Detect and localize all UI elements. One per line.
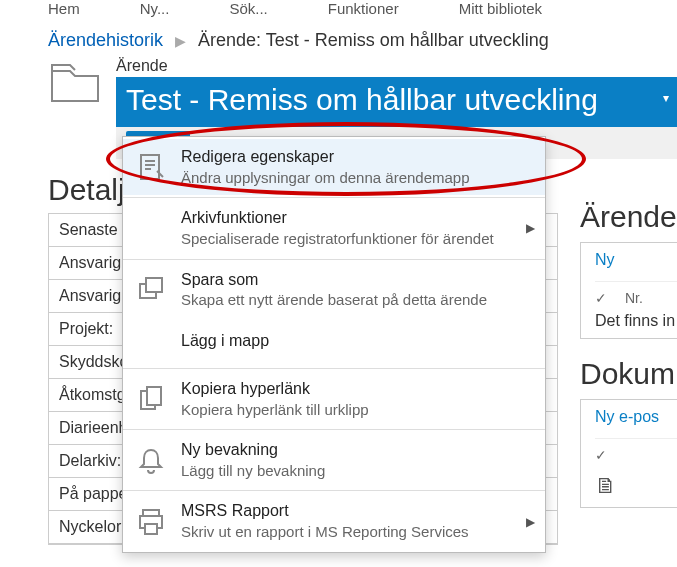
- blank-icon: [135, 212, 167, 244]
- ctx-lagg-i-mapp[interactable]: Lägg i mapp: [123, 318, 545, 366]
- ctx-item-desc: Ändra upplysningar om denna ärendemapp: [181, 168, 470, 188]
- breadcrumb-current: Ärende: Test - Remiss om hållbar utveckl…: [198, 30, 549, 51]
- ctx-item-title: Spara som: [181, 270, 487, 291]
- ctx-separator: [123, 490, 545, 491]
- arende-box: Ny ✓ Nr. Det finns in: [580, 242, 677, 339]
- arende-heading: Ärende: [580, 200, 677, 234]
- check-icon: ✓: [595, 290, 607, 306]
- top-nav: Hem Ny... Sök... Funktioner Mitt bibliot…: [0, 0, 677, 20]
- ctx-item-title: Ny bevakning: [181, 440, 325, 461]
- nav-ny[interactable]: Ny...: [140, 0, 170, 17]
- ctx-item-desc: Skapa ett nytt ärende baserat på detta ä…: [181, 290, 487, 310]
- breadcrumb-separator-icon: ▶: [175, 33, 186, 49]
- svg-rect-2: [146, 278, 162, 292]
- ctx-ny-bevakning[interactable]: Ny bevakning Lägg till ny bevakning: [123, 432, 545, 488]
- dokument-box: Ny e-pos ✓ 🗎: [580, 399, 677, 508]
- svg-rect-4: [147, 387, 161, 405]
- ctx-item-title: MSRS Rapport: [181, 501, 469, 522]
- context-menu: Redigera egenskaper Ändra upplysningar o…: [122, 136, 546, 553]
- ctx-redigera-egenskaper[interactable]: Redigera egenskaper Ändra upplysningar o…: [123, 139, 545, 195]
- ctx-separator: [123, 197, 545, 198]
- bell-icon: [135, 444, 167, 476]
- dokument-heading: Dokum: [580, 357, 677, 391]
- ctx-item-desc: Skriv ut en rapport i MS Reporting Servi…: [181, 522, 469, 542]
- edit-sheet-icon: [135, 151, 167, 183]
- chevron-down-icon[interactable]: ▾: [663, 91, 669, 105]
- ny-link[interactable]: Ny: [595, 251, 677, 269]
- arende-empty: Det finns in: [595, 312, 677, 330]
- ctx-arkivfunktioner[interactable]: Arkivfunktioner Specialiserade registrat…: [123, 200, 545, 256]
- chevron-right-icon: ▶: [526, 221, 535, 235]
- nav-sok[interactable]: Sök...: [229, 0, 267, 17]
- save-as-icon: [135, 274, 167, 306]
- ctx-item-title: Lägg i mapp: [181, 331, 269, 352]
- document-icon: 🗎: [595, 473, 677, 499]
- ctx-separator: [123, 259, 545, 260]
- case-title: Test - Remiss om hållbar utveckling: [126, 83, 598, 116]
- ctx-kopiera-hyperlank[interactable]: Kopiera hyperlänk Kopiera hyperlänk till…: [123, 371, 545, 427]
- case-title-bar[interactable]: Test - Remiss om hållbar utveckling ▾: [116, 77, 677, 127]
- ctx-msrs-rapport[interactable]: MSRS Rapport Skriv ut en rapport i MS Re…: [123, 493, 545, 549]
- ctx-separator: [123, 368, 545, 369]
- chevron-right-icon: ▶: [526, 515, 535, 529]
- nav-funktioner[interactable]: Funktioner: [328, 0, 399, 17]
- nav-hem[interactable]: Hem: [48, 0, 80, 17]
- ctx-item-title: Redigera egenskaper: [181, 147, 470, 168]
- ctx-item-desc: Kopiera hyperlänk till urklipp: [181, 400, 369, 420]
- col-nr[interactable]: Nr.: [625, 290, 643, 306]
- check-icon: ✓: [595, 447, 607, 463]
- ctx-item-desc: Specialiserade registratorfunktioner för…: [181, 229, 494, 249]
- breadcrumb-link[interactable]: Ärendehistorik: [48, 30, 163, 51]
- ctx-item-title: Arkivfunktioner: [181, 208, 494, 229]
- case-folder-icon: [48, 57, 102, 105]
- svg-rect-7: [145, 524, 157, 534]
- svg-rect-0: [141, 155, 159, 179]
- ctx-separator: [123, 429, 545, 430]
- ctx-spara-som[interactable]: Spara som Skapa ett nytt ärende baserat …: [123, 262, 545, 318]
- ctx-item-title: Kopiera hyperlänk: [181, 379, 369, 400]
- copy-link-icon: [135, 383, 167, 415]
- case-label: Ärende: [116, 57, 677, 75]
- printer-icon: [135, 506, 167, 538]
- nav-mitt-bibliotek[interactable]: Mitt bibliotek: [459, 0, 542, 17]
- breadcrumb: Ärendehistorik ▶ Ärende: Test - Remiss o…: [0, 20, 677, 57]
- ny-epost-link[interactable]: Ny e-pos: [595, 408, 677, 426]
- ctx-item-desc: Lägg till ny bevakning: [181, 461, 325, 481]
- blank-icon: [135, 326, 167, 358]
